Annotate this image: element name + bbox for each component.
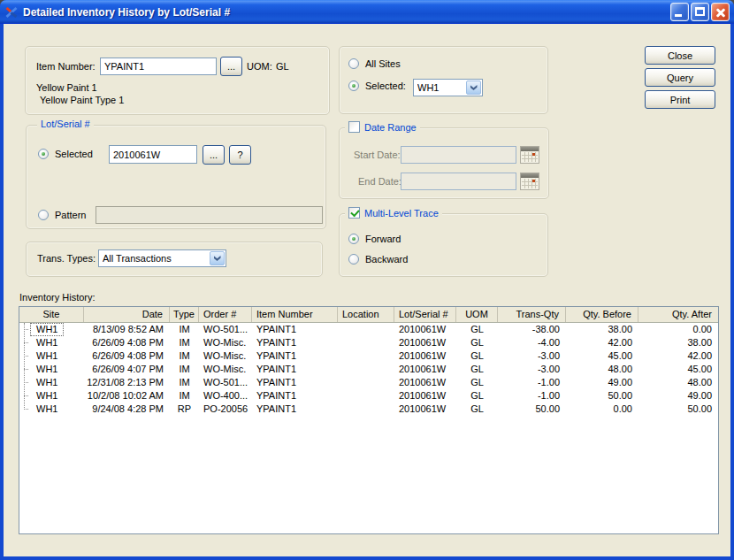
cell-location [338, 389, 394, 403]
backward-radio[interactable] [348, 254, 359, 265]
inventory-history-label: Inventory History: [19, 292, 96, 303]
multi-level-trace-checkbox[interactable] [348, 207, 360, 219]
combo-dropdown-button[interactable] [210, 251, 225, 265]
minimize-button[interactable] [670, 3, 689, 21]
cell-uom: GL [456, 336, 498, 349]
header-cell-qty-after[interactable]: Qty. After [638, 307, 718, 322]
combo-dropdown-button[interactable] [466, 81, 481, 95]
cell-trans-qty: -1.00 [498, 389, 566, 403]
table-row[interactable]: WH16/26/09 4:08 PMIMWO-Misc.YPAINT120100… [19, 349, 718, 363]
cell-uom: GL [456, 323, 498, 336]
table-row[interactable]: WH16/26/09 4:07 PMIMWO-Misc.YPAINT120100… [19, 363, 718, 376]
cell-uom: GL [456, 363, 498, 376]
calendar-icon [522, 152, 538, 162]
cell-uom: GL [456, 376, 498, 389]
cell-date: 6/26/09 4:08 PM [84, 349, 170, 363]
header-cell-lot-serial[interactable]: Lot/Serial # [394, 307, 456, 322]
cell-item-number: YPAINT1 [252, 389, 338, 403]
cell-location [338, 376, 394, 389]
print-button[interactable]: Print [645, 90, 715, 109]
cell-uom: GL [456, 403, 498, 416]
site-value: WH1 [30, 403, 64, 416]
item-browse-button[interactable]: ... [220, 57, 242, 76]
history-table-header: Site Date Type Order # Item Number Locat… [19, 307, 718, 323]
titlebar: Detailed Inventory History by Lot/Serial… [0, 0, 734, 24]
cell-trans-qty: -4.00 [498, 336, 566, 349]
cell-item-number: YPAINT1 [252, 336, 338, 349]
uom-label: UOM: [247, 61, 272, 72]
header-cell-site[interactable]: Site [19, 307, 84, 322]
header-cell-location[interactable]: Location [338, 307, 394, 322]
table-row[interactable]: WH19/24/08 4:28 PMRPPO-20056YPAINT120100… [19, 403, 718, 416]
site-selected-label: Selected: [365, 81, 406, 91]
forward-radio[interactable] [348, 234, 359, 244]
end-date-label: End Date: [358, 176, 401, 187]
header-cell-trans-qty[interactable]: Trans-Qty [498, 307, 566, 322]
window-close-button[interactable] [711, 3, 730, 21]
lot-selected-label: Selected [55, 149, 93, 159]
table-row[interactable]: WH18/13/09 8:52 AMIMWO-501...YPAINT12010… [19, 323, 718, 336]
site-value: WH1 [30, 376, 64, 389]
cell-site: WH1 [19, 389, 84, 403]
item-number-input[interactable] [100, 58, 217, 75]
cell-type: IM [170, 389, 199, 403]
table-row[interactable]: WH16/26/09 4:08 PMIMWO-Misc.YPAINT120100… [19, 336, 718, 349]
close-button[interactable]: Close [645, 46, 715, 65]
trans-types-value: All Transactions [103, 253, 208, 264]
lot-help-button[interactable]: ? [229, 145, 251, 165]
cell-item-number: YPAINT1 [252, 376, 338, 389]
cell-uom: GL [456, 389, 498, 403]
cell-lot-serial: 2010061W [394, 389, 456, 403]
cell-qty-after: 0.00 [638, 323, 718, 336]
maximize-button[interactable] [691, 3, 709, 21]
cell-trans-qty: -38.00 [498, 323, 566, 336]
trans-types-combobox[interactable]: All Transactions [98, 249, 226, 267]
cell-date: 10/2/08 10:02 AM [84, 389, 170, 403]
table-row[interactable]: WH112/31/08 2:13 PMIMWO-501...YPAINT1201… [19, 376, 718, 389]
cell-type: IM [170, 323, 199, 336]
chevron-down-icon [470, 85, 478, 90]
header-cell-uom[interactable]: UOM [456, 307, 498, 322]
calendar-icon [532, 153, 535, 156]
header-cell-date[interactable]: Date [84, 307, 170, 322]
start-date-calendar-button[interactable] [520, 146, 539, 164]
end-date-calendar-button[interactable] [520, 173, 539, 190]
cell-qty-before: 49.00 [566, 376, 638, 389]
dialog-content: Item Number: ... UOM: GL Yellow Paint 1 … [4, 24, 730, 556]
cell-site: WH1 [19, 363, 84, 376]
cell-date: 6/26/09 4:07 PM [84, 363, 170, 376]
cell-date: 12/31/08 2:13 PM [84, 376, 170, 389]
header-cell-type[interactable]: Type [170, 307, 199, 322]
cell-qty-before: 48.00 [566, 363, 638, 376]
pattern-radio[interactable] [38, 210, 49, 220]
header-cell-order[interactable]: Order # [199, 307, 252, 322]
site-value: WH1 [30, 349, 64, 363]
header-cell-qty-before[interactable]: Qty. Before [566, 307, 638, 322]
site-selected-radio[interactable] [348, 81, 359, 91]
trans-types-label: Trans. Types: [37, 253, 96, 264]
cell-location [338, 403, 394, 416]
query-button[interactable]: Query [645, 68, 715, 87]
lot-browse-button[interactable]: ... [203, 145, 225, 165]
cell-site: WH1 [19, 323, 84, 336]
site-combobox[interactable]: WH1 [413, 79, 483, 96]
header-cell-item-number[interactable]: Item Number [252, 307, 338, 322]
cell-qty-before: 0.00 [566, 403, 638, 416]
lot-selected-radio[interactable] [38, 149, 49, 159]
lot-serial-group-title: Lot/Serial # [37, 119, 94, 129]
minimize-icon [675, 14, 682, 17]
all-sites-radio[interactable] [348, 58, 359, 69]
cell-site: WH1 [19, 376, 84, 389]
cell-site: WH1 [19, 349, 84, 363]
multi-level-trace-title: Multi-Level Trace [364, 208, 439, 219]
cell-qty-after: 50.00 [638, 403, 718, 416]
lot-serial-input[interactable] [109, 145, 197, 164]
cell-type: RP [170, 403, 199, 416]
date-range-title: Date Range [364, 122, 417, 133]
table-row[interactable]: WH110/2/08 10:02 AMIMWO-400...YPAINT1201… [19, 389, 718, 403]
date-range-checkbox[interactable] [348, 121, 360, 133]
cell-trans-qty: -3.00 [498, 363, 566, 376]
cell-item-number: YPAINT1 [252, 349, 338, 363]
cell-item-number: YPAINT1 [252, 323, 338, 336]
trans-types-group: Trans. Types: All Transactions [26, 242, 323, 277]
